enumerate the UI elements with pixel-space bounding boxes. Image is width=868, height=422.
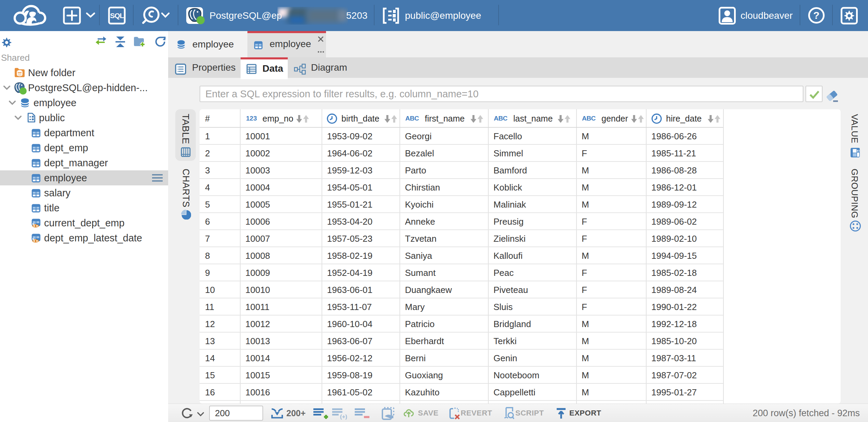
svg-text:(+): (+) <box>340 413 347 420</box>
svg-text:?: ? <box>813 10 819 21</box>
svg-text:SQL: SQL <box>110 12 124 19</box>
